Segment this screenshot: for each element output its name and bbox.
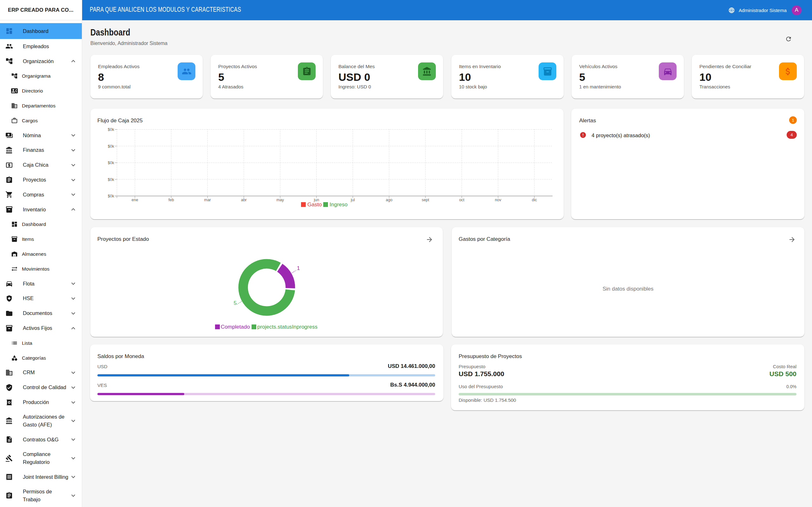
svg-text:1: 1 xyxy=(297,265,300,271)
svg-text:$0k: $0k xyxy=(108,127,114,132)
svg-text:ago: ago xyxy=(386,198,392,202)
svg-text:$0k: $0k xyxy=(108,194,114,199)
svg-text:$0k: $0k xyxy=(108,161,114,165)
svg-text:jul: jul xyxy=(351,198,355,202)
svg-text:$0k: $0k xyxy=(108,177,114,182)
svg-text:projects.statusInprogress: projects.statusInprogress xyxy=(257,324,317,330)
svg-text:5: 5 xyxy=(234,300,237,306)
svg-text:dic: dic xyxy=(532,198,537,202)
svg-text:nov: nov xyxy=(495,198,502,202)
svg-text:abr: abr xyxy=(241,198,247,202)
svg-text:$0k: $0k xyxy=(108,144,114,149)
svg-text:Ingreso: Ingreso xyxy=(329,202,348,208)
svg-text:oct: oct xyxy=(459,198,464,202)
svg-text:sept: sept xyxy=(421,198,429,202)
svg-text:ene: ene xyxy=(132,198,138,202)
svg-text:Gasto: Gasto xyxy=(307,202,322,208)
svg-text:may: may xyxy=(276,198,284,202)
svg-text:Completado: Completado xyxy=(221,324,250,330)
svg-text:feb: feb xyxy=(168,198,174,202)
svg-text:mar: mar xyxy=(204,198,211,202)
